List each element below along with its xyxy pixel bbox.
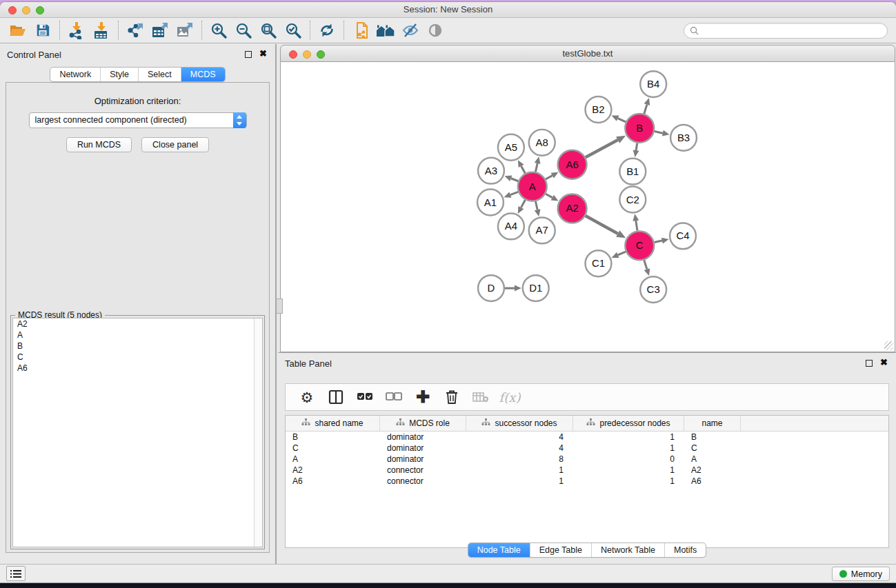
tab-network-table[interactable]: Network Table <box>591 543 664 557</box>
graph-edge-C-C1[interactable] <box>618 252 626 255</box>
float-panel-icon[interactable] <box>245 51 252 58</box>
graph-edge-B-B3[interactable] <box>655 132 663 134</box>
close-panel-button[interactable]: Close panel <box>141 137 209 152</box>
graph-edge-C-C4[interactable] <box>655 241 662 242</box>
column-header-predecessor-nodes[interactable]: predecessor nodes <box>573 416 684 431</box>
split-handle-vertical[interactable] <box>277 298 283 314</box>
cell-successor-nodes[interactable]: 8 <box>466 454 573 465</box>
graph-node-B[interactable]: B <box>625 114 654 143</box>
close-network-button[interactable] <box>289 50 297 59</box>
graph-node-B4[interactable]: B4 <box>640 71 666 97</box>
graph-edge-A-A3[interactable] <box>511 179 518 181</box>
cell-shared-name[interactable]: A <box>286 454 380 465</box>
search-box[interactable] <box>684 23 888 39</box>
graph-node-B3[interactable]: B3 <box>670 125 697 151</box>
graph-edge-A2-C[interactable] <box>586 216 618 234</box>
graph-node-D[interactable]: D <box>478 275 504 301</box>
select-all-check-icon[interactable] <box>355 387 375 407</box>
graph-edge-A-A7[interactable] <box>535 201 537 210</box>
graph-edge-B-B4[interactable] <box>644 105 647 114</box>
hide-graphics-details-icon[interactable] <box>398 20 423 41</box>
cell-successor-nodes[interactable]: 1 <box>466 465 573 476</box>
graph-node-A4[interactable]: A4 <box>498 213 524 239</box>
graph-node-A7[interactable]: A7 <box>529 217 555 243</box>
save-session-icon[interactable] <box>30 20 55 41</box>
cell-shared-name[interactable]: A6 <box>286 476 380 487</box>
tab-mcds[interactable]: MCDS <box>181 68 225 81</box>
graph-edge-C-C3[interactable] <box>644 260 647 269</box>
column-header-name[interactable]: name <box>684 416 741 431</box>
zoom-selected-icon[interactable] <box>281 20 306 41</box>
column-header-MCDS-role[interactable]: MCDS role <box>380 416 466 431</box>
add-column-icon[interactable]: ✚ <box>412 387 433 407</box>
import-table-icon[interactable] <box>89 20 114 41</box>
cell-shared-name[interactable]: B <box>286 432 380 443</box>
cell-name[interactable]: A <box>684 454 741 465</box>
zoom-in-icon[interactable] <box>206 20 231 41</box>
result-item-a2[interactable]: A2 <box>13 318 262 330</box>
cell-successor-nodes[interactable]: 4 <box>466 432 573 443</box>
search-input[interactable] <box>702 26 882 35</box>
zoom-fit-icon[interactable] <box>256 20 281 41</box>
close-table-panel-icon[interactable]: ✖ <box>880 357 888 367</box>
graph-edge-A-A4[interactable] <box>521 200 525 207</box>
delete-row-icon[interactable] <box>441 387 462 407</box>
result-item-c[interactable]: C <box>13 352 262 363</box>
task-history-button[interactable] <box>6 566 26 581</box>
cell-predecessor-nodes[interactable]: 1 <box>573 465 684 476</box>
cell-predecessor-nodes[interactable]: 1 <box>573 476 684 487</box>
graph-edge-A-A6[interactable] <box>546 176 552 179</box>
tab-network[interactable]: Network <box>50 68 100 81</box>
cell-name[interactable]: A6 <box>684 476 741 487</box>
table-row[interactable]: Adominator80A <box>286 454 888 465</box>
cell-shared-name[interactable]: C <box>286 443 380 454</box>
table-row[interactable]: Bdominator41B <box>286 432 888 443</box>
graph-node-C3[interactable]: C3 <box>640 276 666 303</box>
minimize-network-button[interactable] <box>303 50 311 59</box>
graph-edge-A-A8[interactable] <box>535 163 537 172</box>
graph-edge-A-A5[interactable] <box>521 166 526 173</box>
memory-button[interactable]: Memory <box>832 567 890 581</box>
import-network-icon[interactable] <box>64 20 89 41</box>
export-network-icon[interactable] <box>123 20 148 41</box>
cell-MCDS-role[interactable]: connector <box>380 465 466 476</box>
close-panel-icon[interactable]: ✖ <box>259 48 267 59</box>
graph-edge-B-B1[interactable] <box>636 143 637 151</box>
cell-name[interactable]: A2 <box>684 465 741 476</box>
cell-MCDS-role[interactable]: dominator <box>380 443 466 454</box>
graph-edge-A-A2[interactable] <box>546 194 552 197</box>
result-item-a6[interactable]: A6 <box>13 363 262 374</box>
export-image-icon[interactable] <box>172 20 197 41</box>
result-list-scrollbar[interactable] <box>254 318 262 547</box>
close-window-button[interactable] <box>8 6 17 14</box>
column-header-shared-name[interactable]: shared name <box>286 416 380 431</box>
table-row[interactable]: A2connector11A2 <box>286 465 888 476</box>
export-table-icon[interactable] <box>148 20 172 41</box>
graph-node-C2[interactable]: C2 <box>619 187 646 213</box>
network-canvas[interactable]: B4B2BB3A8A5A6A3B1AC2A1A2A4A7C4CC1DD1C3 <box>280 62 895 352</box>
minimize-window-button[interactable] <box>22 6 30 14</box>
optimization-criterion-dropdown[interactable]: largest connected component (directed) <box>29 112 247 128</box>
tab-node-table[interactable]: Node Table <box>468 543 530 557</box>
result-item-a[interactable]: A <box>13 330 262 341</box>
cell-MCDS-role[interactable]: connector <box>380 476 466 487</box>
cell-shared-name[interactable]: A2 <box>286 465 380 476</box>
cell-predecessor-nodes[interactable]: 1 <box>573 432 684 443</box>
cell-successor-nodes[interactable]: 4 <box>466 443 573 454</box>
network-graph[interactable]: B4B2BB3A8A5A6A3B1AC2A1A2A4A7C4CC1DD1C3 <box>281 62 895 352</box>
graph-node-C[interactable]: C <box>625 231 654 260</box>
split-columns-icon[interactable] <box>326 387 346 407</box>
graph-node-A5[interactable]: A5 <box>498 134 524 161</box>
run-mcds-button[interactable]: Run MCDS <box>66 137 132 152</box>
table-row[interactable]: Cdominator41C <box>286 443 888 454</box>
graph-node-A[interactable]: A <box>518 172 547 201</box>
cell-predecessor-nodes[interactable]: 1 <box>573 443 684 454</box>
tab-select[interactable]: Select <box>138 68 181 81</box>
graph-node-A1[interactable]: A1 <box>477 190 504 216</box>
cell-MCDS-role[interactable]: dominator <box>380 454 466 465</box>
cell-predecessor-nodes[interactable]: 0 <box>573 454 684 465</box>
zoom-out-icon[interactable] <box>231 20 256 41</box>
graph-edge-A6-B[interactable] <box>586 140 618 157</box>
graph-edge-B-B2[interactable] <box>618 119 626 122</box>
table-settings-icon[interactable]: ⚙ <box>297 387 317 407</box>
